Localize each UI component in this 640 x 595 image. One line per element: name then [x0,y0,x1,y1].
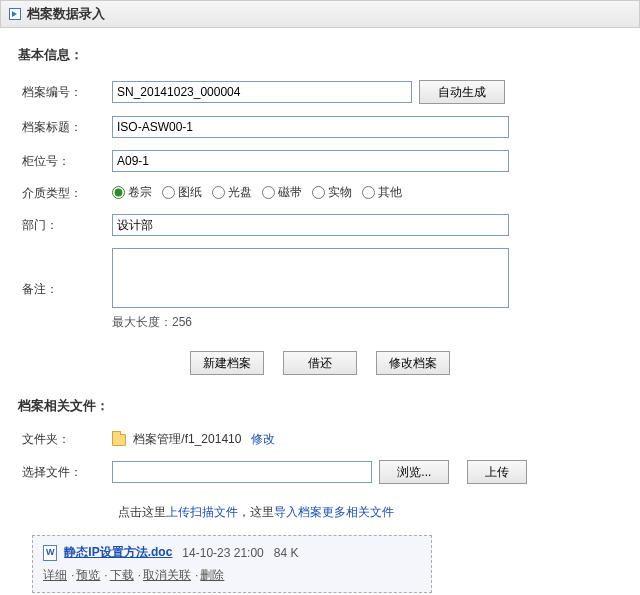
media-radio[interactable] [162,186,175,199]
archive-no-input[interactable] [112,81,412,103]
media-option[interactable]: 光盘 [212,184,252,201]
section-related-files: 档案相关文件： [18,397,622,415]
modify-folder-link[interactable]: 修改 [251,432,275,446]
borrow-return-button[interactable]: 借还 [283,351,357,375]
attached-file-box: 静态IP设置方法.doc 14-10-23 21:00 84 K 详细·预览·下… [32,535,432,593]
label-remark: 备注： [18,242,108,337]
import-more-link[interactable]: 导入档案更多相关文件 [274,505,394,519]
basic-form: 档案编号： 自动生成 档案标题： 柜位号： 介质类型： 卷宗图纸光盘磁带实物其他… [18,74,622,337]
label-archive-title: 档案标题： [18,110,108,144]
media-radio[interactable] [362,186,375,199]
file-name-link[interactable]: 静态IP设置方法.doc [64,545,172,559]
cabinet-no-input[interactable] [112,150,509,172]
file-date: 14-10-23 21:00 [182,546,263,560]
media-option[interactable]: 卷宗 [112,184,152,201]
folder-icon [112,434,126,446]
media-option[interactable]: 磁带 [262,184,302,201]
file-op-link[interactable]: 详细 [43,568,67,582]
action-button-row: 新建档案 借还 修改档案 [18,351,622,375]
folder-path: 档案管理/f1_201410 [133,432,241,446]
media-option[interactable]: 图纸 [162,184,202,201]
media-option[interactable]: 其他 [362,184,402,201]
browse-button[interactable]: 浏览... [379,460,449,484]
title-bar: 档案数据录入 [0,0,640,28]
section-basic-info: 基本信息： [18,46,622,64]
media-radio[interactable] [212,186,225,199]
label-dept: 部门： [18,208,108,242]
file-op-link[interactable]: 预览 [76,568,100,582]
page-title: 档案数据录入 [27,5,105,23]
new-archive-button[interactable]: 新建档案 [190,351,264,375]
media-radio[interactable] [262,186,275,199]
arrow-icon [9,8,21,20]
archive-title-input[interactable] [112,116,509,138]
media-option[interactable]: 实物 [312,184,352,201]
files-form: 文件夹： 档案管理/f1_201410 修改 选择文件： 浏览... 上传 [18,425,622,490]
remark-textarea[interactable] [112,248,509,308]
dept-input[interactable] [112,214,509,236]
label-media-type: 介质类型： [18,178,108,208]
label-archive-no: 档案编号： [18,74,108,110]
upload-scan-link[interactable]: 上传扫描文件 [166,505,238,519]
file-size: 84 K [274,546,299,560]
file-ops-row: 详细·预览·下载·取消关联·删除 [43,567,421,584]
doc-file-icon [43,545,57,561]
upload-button[interactable]: 上传 [467,460,527,484]
media-radio[interactable] [112,186,125,199]
auto-generate-button[interactable]: 自动生成 [419,80,505,104]
remark-maxlen-hint: 最大长度：256 [112,314,618,331]
label-folder: 文件夹： [18,425,108,454]
label-cabinet-no: 柜位号： [18,144,108,178]
file-op-link[interactable]: 删除 [200,568,224,582]
tip-text: 点击这里上传扫描文件，这里导入档案更多相关文件 [118,504,622,521]
file-op-link[interactable]: 取消关联 [143,568,191,582]
label-select-file: 选择文件： [18,454,108,490]
modify-archive-button[interactable]: 修改档案 [376,351,450,375]
file-op-link[interactable]: 下载 [110,568,134,582]
select-file-input[interactable] [112,461,372,483]
media-type-group: 卷宗图纸光盘磁带实物其他 [108,178,622,208]
media-radio[interactable] [312,186,325,199]
